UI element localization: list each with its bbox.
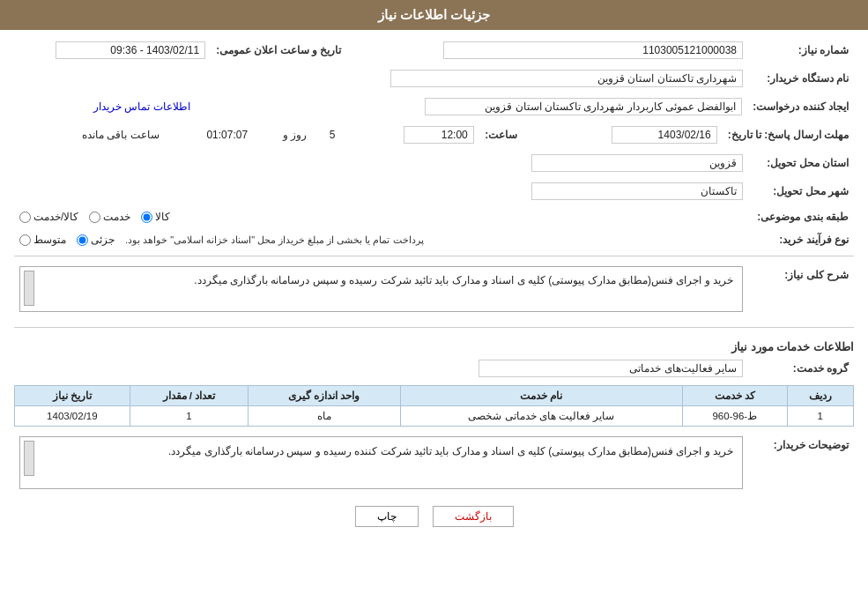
narr-box: خرید و اجرای فنس(مطابق مدارک پیوستی) کلی… <box>19 266 743 312</box>
radio-medium[interactable]: متوسط <box>19 234 66 246</box>
service-group-label: گروه خدمت: <box>748 357 854 380</box>
radio-service-label: خدمت <box>103 211 130 223</box>
buyer-desc-label: توضیحات خریدار: <box>748 434 854 492</box>
radio-goods-input[interactable] <box>141 212 152 223</box>
radio-service[interactable]: خدمت <box>89 211 130 223</box>
subject-radios: کالا/خدمت خدمت کالا <box>14 208 748 226</box>
info-table-narr: شرح کلی نیاز: خرید و اجرای فنس(مطابق مدا… <box>14 264 854 320</box>
days-value: 5 <box>312 123 340 146</box>
divider2 <box>14 327 854 328</box>
deadline-label: مهلت ارسال پاسخ: تا تاریخ: <box>723 123 854 146</box>
radio-goods-service[interactable]: کالا/خدمت <box>19 211 78 223</box>
radio-medium-label: متوسط <box>33 234 66 246</box>
buyer-desc-scrollbar[interactable] <box>24 441 34 476</box>
purchase-type-radios: متوسط جزئی پرداخت تمام یا بخشی از مبلغ خ… <box>14 231 748 249</box>
purchase-note: پرداخت تمام یا بخشی از مبلغ خریداز محل "… <box>125 234 441 246</box>
col-code: کد خدمت <box>682 386 787 406</box>
page-title: جزئیات اطلاعات نیاز <box>378 7 490 22</box>
time-label: ساعت: <box>479 123 523 146</box>
remaining-label: ساعت باقی مانده <box>14 123 165 146</box>
city-value: تاکستان <box>14 180 748 203</box>
creator-box: ابوالفضل عموئی کاربردار شهرداری تاکستان … <box>425 98 742 115</box>
deadline-date: 1403/02/16 <box>523 123 723 146</box>
narr-label: شرح کلی نیاز: <box>748 264 854 320</box>
deadline-date-box: 1403/02/16 <box>612 126 717 144</box>
col-date: تاریخ نیاز <box>15 386 130 406</box>
table-row: 1ط-96-960سایر فعالیت های خدماتی شخصیماه1… <box>15 406 854 427</box>
subject-label: طبقه بندی موضوعی: <box>748 208 854 226</box>
buyer-desc-text: خرید و اجرای فنس(مطابق مدارک پیوستی) کلی… <box>168 445 733 457</box>
service-group-value: سایر فعالیت‌های خدماتی <box>14 357 748 380</box>
city-box: تاکستان <box>531 182 743 200</box>
remaining-value: 01:07:07 <box>165 123 253 146</box>
announce-value: 1403/02/11 - 09:36 <box>14 39 211 62</box>
buyer-desc-box: خرید و اجرای فنس(مطابق مدارک پیوستی) کلی… <box>19 436 743 489</box>
announce-box: 1403/02/11 - 09:36 <box>56 41 205 59</box>
time-box: 12:00 <box>404 126 474 144</box>
radio-partial-input[interactable] <box>77 234 88 246</box>
announce-label: تاریخ و ساعت اعلان عمومی: <box>211 39 367 62</box>
info-table-row5: استان محل تحویل: قزوین <box>14 152 854 175</box>
info-table-buyer-desc: توضیحات خریدار: خرید و اجرای فنس(مطابق م… <box>14 434 854 492</box>
back-button[interactable]: بازگشت <box>433 506 514 527</box>
radio-goods-service-label: کالا/خدمت <box>33 211 78 223</box>
services-table: ردیف کد خدمت نام خدمت واحد اندازه گیری ت… <box>14 385 854 427</box>
radio-goods[interactable]: کالا <box>141 211 170 223</box>
divider1 <box>14 256 854 256</box>
city-label: شهر محل تحویل: <box>748 180 854 203</box>
cell-count: 1 <box>130 406 248 427</box>
cell-row: 1 <box>787 406 853 427</box>
buyer-desc-value: خرید و اجرای فنس(مطابق مدارک پیوستی) کلی… <box>14 434 748 492</box>
cell-code: ط-96-960 <box>682 406 787 427</box>
contact-link[interactable]: اطلاعات تماس خریدار <box>93 100 190 113</box>
col-row: ردیف <box>787 386 853 406</box>
info-table-service-group: گروه خدمت: سایر فعالیت‌های خدماتی <box>14 357 854 380</box>
page-header: جزئیات اطلاعات نیاز <box>0 0 868 30</box>
col-name: نام خدمت <box>400 386 682 406</box>
creator-value: ابوالفضل عموئی کاربردار شهرداری تاکستان … <box>197 95 748 118</box>
cell-date: 1403/02/19 <box>15 406 130 427</box>
buyer-org-value: شهرداری تاکستان استان قزوین <box>14 67 748 90</box>
request-number-label: شماره نیاز: <box>748 39 854 62</box>
request-number-box: 1103005121000038 <box>443 41 743 59</box>
province-value: قزوین <box>14 152 748 175</box>
narr-value: خرید و اجرای فنس(مطابق مدارک پیوستی) کلی… <box>14 264 748 320</box>
creator-label: ایجاد کننده درخواست: <box>747 95 854 118</box>
days-label: روز و <box>253 123 312 146</box>
buyer-org-box: شهرداری تاکستان استان قزوین <box>390 70 743 87</box>
radio-service-input[interactable] <box>89 212 100 223</box>
radio-partial-label: جزئی <box>91 234 115 246</box>
radio-medium-input[interactable] <box>19 234 31 246</box>
services-title: اطلاعات خدمات مورد نیاز <box>14 335 854 357</box>
print-button[interactable]: چاپ <box>355 506 419 527</box>
narr-text: خرید و اجرای فنس(مطابق مدارک پیوستی) کلی… <box>194 274 733 286</box>
info-table-row4: مهلت ارسال پاسخ: تا تاریخ: 1403/02/16 سا… <box>14 123 854 146</box>
info-table-row1: شماره نیاز: 1103005121000038 تاریخ و ساع… <box>14 39 854 62</box>
service-group-box: سایر فعالیت‌های خدماتی <box>479 360 743 377</box>
button-row: چاپ بازگشت <box>14 506 854 527</box>
radio-partial[interactable]: جزئی <box>77 234 115 246</box>
buyer-org-label: نام دستگاه خریدار: <box>748 67 854 90</box>
request-number-value: 1103005121000038 <box>367 39 748 62</box>
info-table-row6: شهر محل تحویل: تاکستان <box>14 180 854 203</box>
cell-name: سایر فعالیت های خدماتی شخصی <box>400 406 682 427</box>
purchase-type-label: نوع فرآیند خرید: <box>748 231 854 249</box>
radio-goods-service-input[interactable] <box>19 212 31 223</box>
cell-unit: ماه <box>249 406 401 427</box>
col-count: تعداد / مقدار <box>130 386 248 406</box>
info-table-row2: نام دستگاه خریدار: شهرداری تاکستان استان… <box>14 67 854 90</box>
info-table-row3: ایجاد کننده درخواست: ابوالفضل عموئی کارب… <box>14 95 854 118</box>
info-table-row8: نوع فرآیند خرید: متوسط جزئی پرداخت تمام … <box>14 231 854 249</box>
radio-goods-label: کالا <box>155 211 170 223</box>
info-table-row7: طبقه بندی موضوعی: کالا/خدمت خدمت کالا <box>14 208 854 226</box>
province-label: استان محل تحویل: <box>748 152 854 175</box>
time-value: 12:00 <box>340 123 479 146</box>
col-unit: واحد اندازه گیری <box>249 386 401 406</box>
narr-scrollbar[interactable] <box>24 271 34 306</box>
province-box: قزوین <box>531 154 743 172</box>
